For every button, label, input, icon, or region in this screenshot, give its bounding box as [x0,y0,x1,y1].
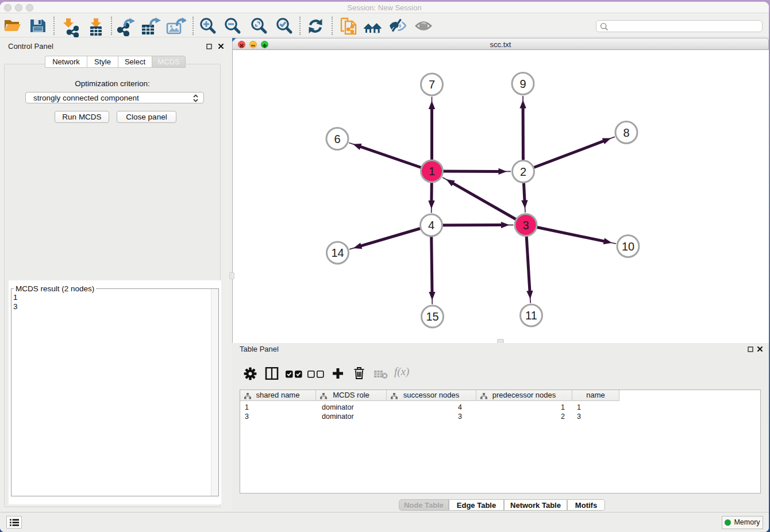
svg-text:14: 14 [331,246,344,259]
svg-text:6: 6 [334,133,340,145]
svg-text:2: 2 [520,165,526,178]
svg-text:10: 10 [622,240,634,253]
svg-text:11: 11 [525,309,537,322]
svg-text:7: 7 [429,78,435,91]
svg-text:1: 1 [429,165,435,178]
svg-text:15: 15 [426,310,438,323]
svg-text:3: 3 [522,219,529,232]
svg-text:4: 4 [428,219,434,232]
svg-text:8: 8 [623,126,629,139]
svg-text:9: 9 [519,78,526,90]
